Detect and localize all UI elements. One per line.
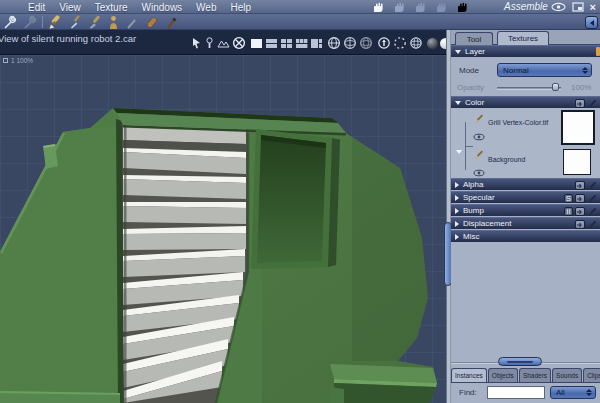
layer-section-header[interactable]: Layer <box>451 45 600 57</box>
orbit-dotted-icon[interactable] <box>393 36 407 50</box>
layer-visibility-eye-icon[interactable] <box>473 127 485 145</box>
window-icon[interactable] <box>572 2 584 12</box>
tab-shaders[interactable]: Shaders <box>519 368 551 382</box>
paint-toolbar <box>0 14 600 30</box>
drop-target-icon[interactable] <box>575 207 585 216</box>
bump-section-header[interactable]: Bump II <box>451 204 600 216</box>
alpha-section-header[interactable]: Alpha <box>451 178 600 190</box>
film-reel-icon[interactable] <box>232 36 246 50</box>
render-textured-sphere-icon[interactable] <box>427 38 438 49</box>
viewport-header: View of silent running robot 2.car <box>0 30 446 55</box>
menu-view[interactable]: View <box>59 2 81 13</box>
drop-target-icon[interactable] <box>575 181 585 190</box>
pen-tool-icon[interactable] <box>164 15 179 30</box>
color-layer-name[interactable]: Grill Vertex-Color.tif <box>488 119 548 126</box>
orbit-up-icon[interactable] <box>377 36 391 50</box>
wrench-tool-icon[interactable] <box>2 15 18 30</box>
dropdown-arrows-icon <box>580 67 589 74</box>
camera-zoom-indicator: 1 100% <box>3 57 33 64</box>
tree-icon[interactable] <box>204 37 215 49</box>
displacement-section-header[interactable]: Displacement <box>451 217 600 229</box>
texture-brush-icon <box>473 150 484 161</box>
layer-expand-triangle[interactable] <box>456 150 462 154</box>
drop-target-icon[interactable] <box>575 220 585 229</box>
eraser-tool-icon[interactable] <box>144 15 160 30</box>
paintbrush-tool-icon[interactable] <box>47 15 64 30</box>
viewport-title: View of silent running robot 2.car <box>0 33 136 44</box>
tab-sounds[interactable]: Sounds <box>552 368 582 382</box>
layer-header-marker <box>596 47 600 56</box>
globe-display-icon[interactable] <box>327 36 341 50</box>
mountains-icon[interactable] <box>217 37 230 49</box>
zoom-hand-icon[interactable] <box>435 2 448 13</box>
layout-mixed-icon[interactable] <box>310 38 323 49</box>
rotate-hand-icon[interactable] <box>393 2 406 13</box>
viewport-3d-scene[interactable]: 1 100% <box>0 55 446 403</box>
opacity-slider-thumb[interactable] <box>552 83 559 91</box>
menu-help[interactable]: Help <box>231 2 252 13</box>
specular-section-header[interactable]: Specular S <box>451 191 600 203</box>
app-window: Edit View Texture Windows Web Help Assem… <box>0 0 600 403</box>
collapse-triangle-icon <box>455 50 461 54</box>
brush-edit-icon[interactable] <box>587 99 597 109</box>
eye-icon[interactable] <box>551 2 566 12</box>
layout-quad-icon[interactable] <box>280 38 293 49</box>
menu-edit[interactable]: Edit <box>28 2 45 13</box>
panel-collapse-button[interactable] <box>585 16 598 29</box>
globe-wire-icon[interactable] <box>359 36 373 50</box>
blend-mode-dropdown[interactable]: Normal <box>497 63 592 77</box>
brush-edit-icon[interactable] <box>587 220 597 230</box>
wrench-tool-disabled-icon[interactable] <box>22 15 38 30</box>
background-swatch[interactable] <box>563 149 591 175</box>
chisel-tool-icon[interactable] <box>87 15 102 30</box>
navigation-tools <box>372 1 469 13</box>
find-filter-dropdown[interactable]: All <box>550 386 596 399</box>
scene-render <box>0 55 446 403</box>
close-icon[interactable]: × <box>590 1 596 13</box>
texture-panel: Tool Textures Layer Mode Normal Opacity … <box>451 30 600 403</box>
trackball-icon[interactable] <box>409 36 423 50</box>
misc-section-header[interactable]: Misc <box>451 230 600 242</box>
background-layer-name[interactable]: Background <box>488 156 525 163</box>
panel-tab-bar: Tool Textures <box>451 30 600 45</box>
find-filter-value: All <box>551 388 584 397</box>
color-layer-swatch[interactable] <box>561 110 595 145</box>
specular-state-badge: S <box>564 194 573 203</box>
tab-instances[interactable]: Instances <box>451 368 487 382</box>
brush-edit-icon[interactable] <box>587 181 597 191</box>
knife-tool-icon[interactable] <box>68 15 83 30</box>
color-section-header[interactable]: Color <box>451 96 600 108</box>
menu-web[interactable]: Web <box>196 2 216 13</box>
window-controls: × <box>551 1 596 13</box>
brush-edit-icon[interactable] <box>587 207 597 217</box>
drag-hand-icon[interactable] <box>414 2 427 13</box>
statue-tool-icon[interactable] <box>106 15 121 30</box>
layout-rows-icon[interactable] <box>265 38 278 49</box>
menu-texture[interactable]: Texture <box>95 2 128 13</box>
menu-windows[interactable]: Windows <box>142 2 183 13</box>
opacity-value: 100% <box>571 83 591 92</box>
brush-edit-icon[interactable] <box>587 194 597 204</box>
tab-clips[interactable]: Clips <box>583 368 600 382</box>
find-label: Find: <box>459 388 477 397</box>
splitter-handle[interactable] <box>498 357 542 366</box>
toolbar-separator <box>42 16 43 28</box>
drop-target-icon[interactable] <box>575 194 585 203</box>
blade-tool-icon[interactable] <box>125 15 140 30</box>
drop-target-icon[interactable] <box>575 99 585 108</box>
globe-shaded-icon[interactable] <box>343 36 357 50</box>
grab-hand-icon[interactable] <box>456 2 469 13</box>
select-tool-icon[interactable] <box>191 37 202 49</box>
tab-textures[interactable]: Textures <box>497 31 549 45</box>
opacity-label: Opacity <box>457 83 484 92</box>
mode-label: Mode <box>459 66 479 75</box>
room-label[interactable]: Assemble <box>504 1 548 12</box>
tab-tool[interactable]: Tool <box>455 32 493 45</box>
blend-mode-value: Normal <box>498 66 580 75</box>
tab-objects[interactable]: Objects <box>488 368 518 382</box>
pan-hand-icon[interactable] <box>372 2 385 13</box>
layout-grid-icon[interactable] <box>295 38 308 49</box>
find-input[interactable] <box>487 386 545 399</box>
viewport-toolbar <box>191 34 446 52</box>
layout-single-icon[interactable] <box>250 38 263 49</box>
